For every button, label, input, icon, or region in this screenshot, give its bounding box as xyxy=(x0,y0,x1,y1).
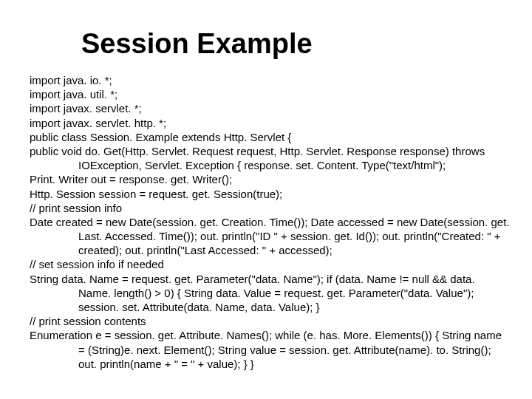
slide: Session Example import java. io. *; impo… xyxy=(0,0,532,399)
code-line: Date created = new Date(session. get. Cr… xyxy=(30,215,510,258)
code-line: // set session info if needed xyxy=(30,257,510,271)
slide-title: Session Example xyxy=(81,28,510,60)
code-line: import java. io. *; xyxy=(30,73,510,87)
code-line: import java. util. *; xyxy=(30,87,510,101)
code-line: // print session contents xyxy=(30,314,510,328)
code-line: // print session info xyxy=(30,201,510,215)
code-line: public class Session. Example extends Ht… xyxy=(30,130,510,144)
code-line: Http. Session session = request. get. Se… xyxy=(30,187,510,201)
code-line: Print. Writer out = response. get. Write… xyxy=(30,172,510,186)
code-line: import javax. servlet. *; xyxy=(30,101,510,115)
code-line: import javax. servlet. http. *; xyxy=(30,116,510,130)
code-line: Enumeration e = session. get. Attribute.… xyxy=(30,328,510,371)
code-line: String data. Name = request. get. Parame… xyxy=(30,272,510,315)
code-line: public void do. Get(Http. Servlet. Reque… xyxy=(30,144,510,172)
code-block: import java. io. *; import java. util. *… xyxy=(30,73,510,371)
